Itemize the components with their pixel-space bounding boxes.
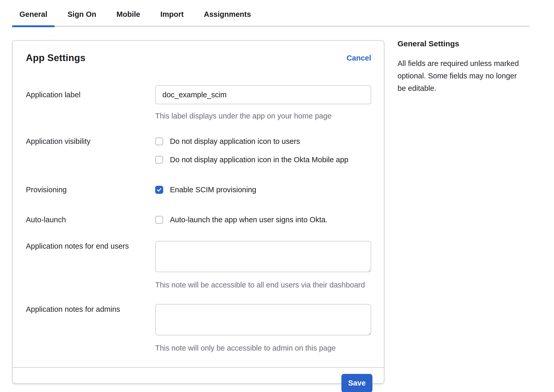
- panel-header: App Settings Cancel: [26, 53, 371, 63]
- checkbox-enable-scim-label: Enable SCIM provisioning: [170, 184, 256, 195]
- checkbox-hide-icon-mobile[interactable]: Do not display application icon in the O…: [155, 154, 371, 165]
- app-tabs: General Sign On Mobile Import Assignment…: [12, 0, 529, 27]
- checkbox-enable-scim[interactable]: Enable SCIM provisioning: [155, 184, 371, 195]
- notes-admins-help: This note will only be accessible to adm…: [155, 343, 371, 353]
- tab-assignments[interactable]: Assignments: [197, 2, 258, 26]
- check-icon: [155, 137, 163, 145]
- notes-admins-textarea[interactable]: [155, 304, 371, 335]
- notes-end-users-help: This note will be accessible to all end …: [155, 280, 371, 290]
- application-label-label: Application label: [26, 85, 155, 100]
- general-settings-help: General Settings All fields are required…: [398, 39, 527, 94]
- check-icon: [155, 186, 163, 194]
- form-row-notes-end-users: Application notes for end users This not…: [26, 241, 371, 290]
- application-label-input[interactable]: [155, 85, 371, 104]
- check-icon: [155, 216, 163, 224]
- form-row-auto-launch: Auto-launch Auto-launch the app when use…: [26, 215, 371, 225]
- panel-footer: Save: [13, 367, 384, 392]
- panel-title: App Settings: [26, 53, 86, 63]
- cancel-link[interactable]: Cancel: [347, 54, 371, 62]
- tab-general[interactable]: General: [12, 2, 55, 26]
- notes-admins-label: Application notes for admins: [26, 304, 155, 314]
- app-settings-form: App Settings Cancel Application label Th…: [13, 41, 384, 367]
- app-settings-panel: App Settings Cancel Application label Th…: [12, 40, 384, 384]
- form-row-provisioning: Provisioning Enable SCIM provisioning: [26, 184, 371, 195]
- checkbox-hide-icon-users[interactable]: Do not display application icon to users: [155, 136, 371, 146]
- tab-import[interactable]: Import: [153, 2, 191, 26]
- tab-mobile[interactable]: Mobile: [109, 2, 147, 26]
- notes-end-users-label: Application notes for end users: [26, 241, 155, 251]
- side-help-title: General Settings: [398, 39, 527, 48]
- checkbox-hide-icon-mobile-label: Do not display application icon in the O…: [170, 154, 348, 165]
- checkbox-hide-icon-users-label: Do not display application icon to users: [170, 136, 300, 146]
- auto-launch-label: Auto-launch: [26, 215, 155, 225]
- check-icon: [155, 156, 163, 164]
- checkbox-auto-launch[interactable]: Auto-launch the app when user signs into…: [155, 215, 371, 225]
- provisioning-label: Provisioning: [26, 184, 155, 195]
- notes-end-users-textarea[interactable]: [155, 241, 371, 272]
- save-button[interactable]: Save: [341, 374, 372, 392]
- side-help-description: All fields are required unless marked op…: [398, 57, 527, 94]
- application-visibility-label: Application visibility: [26, 136, 155, 146]
- checkbox-auto-launch-label: Auto-launch the app when user signs into…: [170, 215, 327, 225]
- application-label-help: This label displays under the app on you…: [155, 111, 371, 121]
- form-row-application-visibility: Application visibility Do not display ap…: [26, 136, 371, 165]
- form-row-application-label: Application label This label displays un…: [26, 85, 371, 121]
- tab-sign-on[interactable]: Sign On: [60, 2, 103, 26]
- form-row-notes-admins: Application notes for admins This note w…: [26, 304, 371, 353]
